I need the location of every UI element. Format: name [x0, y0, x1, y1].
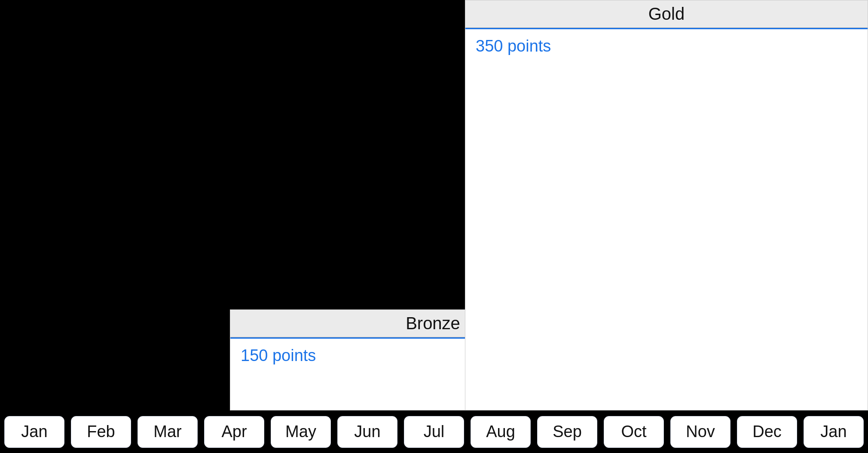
bronze-label: Bronze	[406, 314, 460, 333]
gold-label: Gold	[648, 4, 685, 24]
gold-points: 350 points	[465, 29, 868, 63]
month-btn-dec[interactable]: Dec	[737, 416, 797, 448]
month-btn-jul[interactable]: Jul	[404, 416, 464, 448]
month-btn-mar[interactable]: Mar	[138, 416, 198, 448]
month-btn-feb[interactable]: Feb	[71, 416, 131, 448]
month-btn-aug[interactable]: Aug	[471, 416, 531, 448]
month-btn-apr[interactable]: Apr	[204, 416, 264, 448]
chart-area: Bronze 150 points Gold 350 points JanFeb…	[0, 0, 868, 453]
bar-gold: Gold 350 points	[465, 0, 868, 410]
month-btn-sep[interactable]: Sep	[537, 416, 597, 448]
month-btn-jan-1[interactable]: Jan	[4, 416, 64, 448]
month-btn-jan-2[interactable]: Jan	[804, 416, 864, 448]
month-row: JanFebMarAprMayJunJulAugSepOctNovDecJan	[0, 410, 868, 453]
month-btn-nov[interactable]: Nov	[670, 416, 730, 448]
month-btn-may[interactable]: May	[271, 416, 331, 448]
month-btn-oct[interactable]: Oct	[604, 416, 664, 448]
month-btn-jun[interactable]: Jun	[337, 416, 397, 448]
gold-header: Gold	[465, 0, 868, 28]
